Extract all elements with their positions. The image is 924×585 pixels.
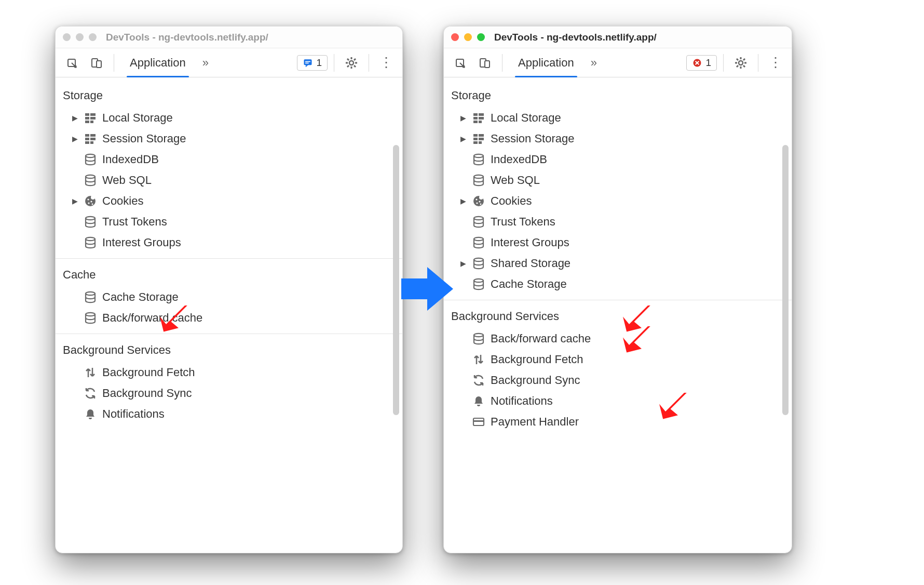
errors-badge[interactable]: 1 (686, 55, 717, 71)
tree-item-websql[interactable]: ▶Web SQL (56, 170, 402, 191)
window-title: DevTools - ng-devtools.netlify.app/ (106, 32, 268, 43)
cookie-icon (84, 194, 97, 208)
panel-tab-label: Application (130, 56, 186, 70)
traffic-lights (63, 33, 97, 41)
section-header-storage: Storage (444, 81, 792, 108)
error-icon (692, 58, 702, 68)
separator (723, 54, 724, 72)
tree-item-trust-tokens[interactable]: ▶Trust Tokens (56, 211, 402, 232)
separator (114, 54, 114, 72)
minimize-dot[interactable] (76, 33, 84, 41)
titlebar: DevTools - ng-devtools.netlify.app/ (56, 26, 402, 48)
separator (758, 54, 758, 72)
tree-item-trust-tokens[interactable]: ▶Trust Tokens (444, 211, 792, 232)
grid-icon (84, 111, 97, 125)
tree-item-notifications[interactable]: ▶Notifications (56, 404, 402, 424)
settings-button[interactable] (341, 52, 362, 73)
devtools-window-before: DevTools - ng-devtools.netlify.app/ Appl… (55, 26, 403, 553)
bell-icon (84, 407, 97, 421)
database-icon (472, 332, 485, 345)
application-sidebar: Storage ▶Local Storage ▶Session Storage … (56, 77, 402, 553)
tree-item-bg-fetch[interactable]: ▶Background Fetch (444, 349, 792, 370)
database-icon (84, 215, 97, 229)
settings-button[interactable] (730, 52, 752, 73)
zoom-dot[interactable] (89, 33, 97, 41)
tree-item-cookies[interactable]: ▶Cookies (444, 191, 792, 211)
tree-item-cache-storage[interactable]: ▶Cache Storage (56, 287, 402, 308)
database-icon (84, 174, 97, 187)
zoom-dot[interactable] (477, 33, 485, 41)
chat-icon (303, 58, 313, 68)
database-icon (472, 236, 485, 249)
panel-tab-application[interactable]: Application (120, 48, 195, 77)
tree-item-bg-sync[interactable]: ▶Background Sync (444, 370, 792, 391)
tree-item-session-storage[interactable]: ▶Session Storage (444, 128, 792, 149)
more-tabs-button[interactable]: » (198, 56, 213, 70)
minimize-dot[interactable] (464, 33, 472, 41)
up-down-arrow-icon (472, 353, 485, 366)
database-icon (84, 153, 97, 166)
scrollbar-thumb[interactable] (782, 145, 789, 415)
tree-item-session-storage[interactable]: ▶Session Storage (56, 128, 402, 149)
inspect-button[interactable] (61, 52, 83, 73)
tree-item-local-storage[interactable]: ▶Local Storage (444, 108, 792, 128)
panel-tab-label: Application (518, 56, 574, 70)
grid-icon (472, 111, 485, 125)
grid-icon (472, 132, 485, 145)
transition-arrow-icon (399, 263, 456, 315)
tree-item-websql[interactable]: ▶Web SQL (444, 170, 792, 191)
up-down-arrow-icon (84, 366, 97, 379)
annotation-arrow-icon (659, 393, 690, 424)
separator (369, 54, 369, 72)
database-icon (84, 236, 97, 249)
device-toggle-button[interactable] (474, 52, 496, 73)
devtools-window-after: DevTools - ng-devtools.netlify.app/ Appl… (443, 26, 792, 553)
database-icon (472, 174, 485, 187)
separator (334, 54, 334, 72)
annotation-arrow-icon (160, 305, 191, 337)
tree-item-bfcache[interactable]: ▶Back/forward cache (444, 328, 792, 349)
tree-item-shared-storage[interactable]: ▶Shared Storage (444, 253, 792, 274)
tree-item-cookies[interactable]: ▶Cookies (56, 191, 402, 211)
tree-item-notifications[interactable]: ▶Notifications (444, 391, 792, 411)
tree-item-bfcache[interactable]: ▶Back/forward cache (56, 308, 402, 328)
tree-item-payment-handler[interactable]: ▶Payment Handler (444, 411, 792, 432)
menu-button[interactable]: ⋮ (375, 52, 397, 73)
more-tabs-button[interactable]: » (587, 56, 601, 70)
sync-icon (472, 374, 485, 387)
tree-item-cache-storage[interactable]: ▶Cache Storage (444, 274, 792, 295)
bell-icon (472, 394, 485, 408)
inspect-button[interactable] (449, 52, 471, 73)
grid-icon (84, 132, 97, 145)
errors-count: 1 (705, 57, 711, 69)
tree-item-indexeddb[interactable]: ▶IndexedDB (56, 149, 402, 170)
database-icon (472, 257, 485, 270)
cookie-icon (472, 194, 485, 208)
devtools-toolbar: Application » 1 ⋮ (444, 48, 792, 77)
close-dot[interactable] (451, 33, 459, 41)
section-header-bg-services: Background Services (56, 334, 402, 362)
issues-count: 1 (316, 57, 322, 69)
separator (502, 54, 502, 72)
database-icon (84, 311, 97, 325)
tree-item-indexeddb[interactable]: ▶IndexedDB (444, 149, 792, 170)
section-header-bg-services: Background Services (444, 300, 792, 328)
database-icon (472, 215, 485, 229)
tree-item-interest-groups[interactable]: ▶Interest Groups (444, 232, 792, 253)
tree-item-bg-fetch[interactable]: ▶Background Fetch (56, 362, 402, 383)
close-dot[interactable] (63, 33, 71, 41)
sync-icon (84, 387, 97, 400)
menu-button[interactable]: ⋮ (765, 52, 786, 73)
annotation-arrow-icon (623, 326, 654, 357)
device-toggle-button[interactable] (86, 52, 107, 73)
tree-item-local-storage[interactable]: ▶Local Storage (56, 108, 402, 128)
section-header-cache: Cache (56, 258, 402, 287)
tree-item-interest-groups[interactable]: ▶Interest Groups (56, 232, 402, 253)
database-icon (472, 153, 485, 166)
application-sidebar: Storage ▶Local Storage ▶Session Storage … (444, 77, 792, 553)
section-header-storage: Storage (56, 81, 402, 108)
issues-badge[interactable]: 1 (297, 55, 328, 71)
panel-tab-application[interactable]: Application (509, 48, 583, 77)
traffic-lights (451, 33, 485, 41)
tree-item-bg-sync[interactable]: ▶Background Sync (56, 383, 402, 404)
